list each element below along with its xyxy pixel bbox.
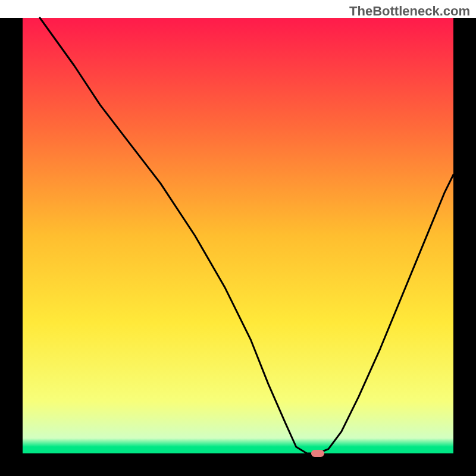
selected-point-marker <box>311 450 324 457</box>
frame-bottom <box>0 453 476 476</box>
watermark-text: TheBottleneck.com <box>349 4 470 19</box>
bottleneck-chart <box>0 0 476 476</box>
chart-background-gradient <box>23 18 453 453</box>
frame-left <box>0 18 23 476</box>
frame-right <box>453 18 476 476</box>
chart-container: TheBottleneck.com <box>0 0 476 476</box>
